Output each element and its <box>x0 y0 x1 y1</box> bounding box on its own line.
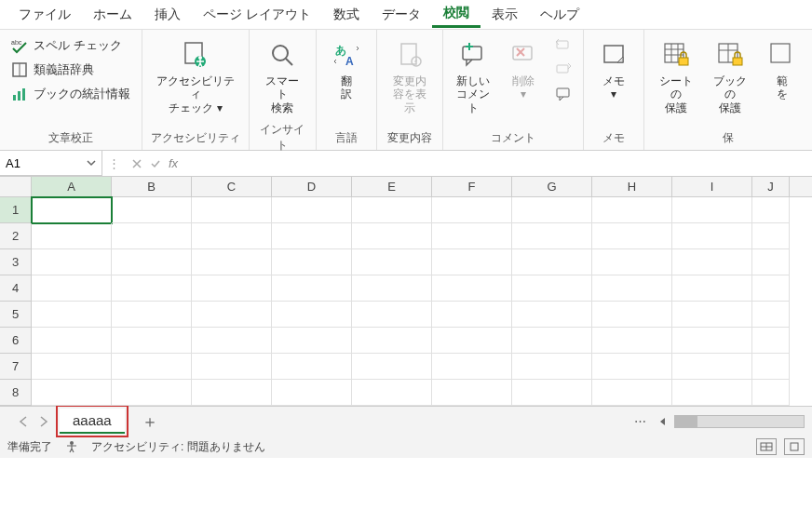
cell[interactable] <box>112 354 192 380</box>
col-header-e[interactable]: E <box>352 177 432 196</box>
protect-sheet-button[interactable]: シートの保護 <box>652 35 700 118</box>
cell[interactable] <box>272 249 352 275</box>
cell[interactable] <box>192 249 272 275</box>
cell[interactable] <box>592 197 672 223</box>
cell[interactable] <box>432 380 512 406</box>
cell[interactable] <box>592 380 672 406</box>
cell[interactable] <box>752 249 790 275</box>
col-header-i[interactable]: I <box>672 177 752 196</box>
cell[interactable] <box>592 354 672 380</box>
cell[interactable] <box>352 223 432 249</box>
horizontal-scrollbar[interactable] <box>674 415 805 428</box>
cell[interactable] <box>432 223 512 249</box>
cell[interactable] <box>592 328 672 354</box>
fx-label[interactable]: fx <box>169 156 178 170</box>
cell[interactable] <box>432 249 512 275</box>
show-changes-button[interactable]: 変更内容を表示 <box>385 35 436 118</box>
ellipsis-icon[interactable]: ⋮ <box>102 156 126 170</box>
cell[interactable] <box>672 223 752 249</box>
cell[interactable] <box>272 302 352 328</box>
row-header-4[interactable]: 4 <box>0 275 32 302</box>
cell[interactable] <box>512 380 592 406</box>
menu-insert[interactable]: 挿入 <box>143 3 192 27</box>
cell[interactable] <box>432 302 512 328</box>
show-comments-button[interactable] <box>551 84 575 104</box>
menu-data[interactable]: データ <box>371 3 432 27</box>
workbook-stats-button[interactable]: ブックの統計情報 <box>7 84 134 104</box>
cell[interactable] <box>432 197 512 223</box>
translate-button[interactable]: あA 翻訳 <box>324 35 369 105</box>
cell-a1[interactable] <box>32 197 112 223</box>
cell[interactable] <box>432 275 512 302</box>
cell[interactable] <box>752 223 790 249</box>
row-header-2[interactable]: 2 <box>0 223 32 249</box>
cell[interactable] <box>272 275 352 302</box>
cell[interactable] <box>192 354 272 380</box>
cell[interactable] <box>512 275 592 302</box>
cell[interactable] <box>112 380 192 406</box>
cell[interactable] <box>672 380 752 406</box>
name-box[interactable] <box>0 151 102 176</box>
cell[interactable] <box>512 302 592 328</box>
cell[interactable] <box>352 275 432 302</box>
name-box-input[interactable] <box>6 156 71 170</box>
cell[interactable] <box>272 328 352 354</box>
cell[interactable] <box>32 249 112 275</box>
col-header-g[interactable]: G <box>512 177 592 196</box>
cell[interactable] <box>32 354 112 380</box>
cell[interactable] <box>672 275 752 302</box>
cell[interactable] <box>512 197 592 223</box>
cell[interactable] <box>592 223 672 249</box>
row-header-6[interactable]: 6 <box>0 328 32 354</box>
cancel-formula-icon[interactable] <box>131 158 142 169</box>
cell[interactable] <box>272 197 352 223</box>
cell[interactable] <box>672 197 752 223</box>
cell[interactable] <box>432 328 512 354</box>
cell[interactable] <box>192 380 272 406</box>
col-header-a[interactable]: A <box>32 177 112 196</box>
accessibility-check-button[interactable]: アクセシビリティチェック ▾ <box>150 35 241 118</box>
select-all-corner[interactable] <box>0 177 32 196</box>
cell[interactable] <box>592 249 672 275</box>
cell[interactable] <box>272 380 352 406</box>
protect-workbook-button[interactable]: ブックの保護 <box>706 35 754 118</box>
col-header-j[interactable]: J <box>752 177 790 196</box>
add-sheet-button[interactable]: ＋ <box>142 410 158 433</box>
prev-comment-button[interactable] <box>551 35 575 56</box>
col-header-f[interactable]: F <box>432 177 512 196</box>
smart-lookup-button[interactable]: スマート検索 <box>257 35 308 118</box>
view-normal-button[interactable] <box>756 438 777 455</box>
cell[interactable] <box>752 302 790 328</box>
cell[interactable] <box>432 354 512 380</box>
menu-page-layout[interactable]: ページ レイアウト <box>192 3 322 27</box>
sheet-nav-prev-icon[interactable] <box>19 416 28 427</box>
cell[interactable] <box>512 328 592 354</box>
cell[interactable] <box>192 275 272 302</box>
cell[interactable] <box>672 354 752 380</box>
cell[interactable] <box>192 302 272 328</box>
cell[interactable] <box>192 328 272 354</box>
enter-formula-icon[interactable] <box>150 158 161 169</box>
cell[interactable] <box>352 249 432 275</box>
col-header-d[interactable]: D <box>272 177 352 196</box>
menu-view[interactable]: 表示 <box>480 3 529 27</box>
cell[interactable] <box>752 380 790 406</box>
cell[interactable] <box>32 275 112 302</box>
col-header-c[interactable]: C <box>192 177 272 196</box>
cell[interactable] <box>592 302 672 328</box>
cell[interactable] <box>352 197 432 223</box>
scrollbar-thumb[interactable] <box>675 416 697 427</box>
cell[interactable] <box>112 275 192 302</box>
cell[interactable] <box>352 328 432 354</box>
new-comment-button[interactable]: 新しいコメント <box>451 35 495 118</box>
menu-help[interactable]: ヘルプ <box>529 3 590 27</box>
menu-review[interactable]: 校閲 <box>432 1 480 28</box>
row-header-5[interactable]: 5 <box>0 302 32 328</box>
row-header-1[interactable]: 1 <box>0 197 32 223</box>
cell[interactable] <box>192 197 272 223</box>
cell[interactable] <box>512 249 592 275</box>
cell[interactable] <box>352 302 432 328</box>
menu-file[interactable]: ファイル <box>7 3 82 27</box>
row-header-3[interactable]: 3 <box>0 249 32 275</box>
thesaurus-button[interactable]: 類義語辞典 <box>7 60 134 80</box>
